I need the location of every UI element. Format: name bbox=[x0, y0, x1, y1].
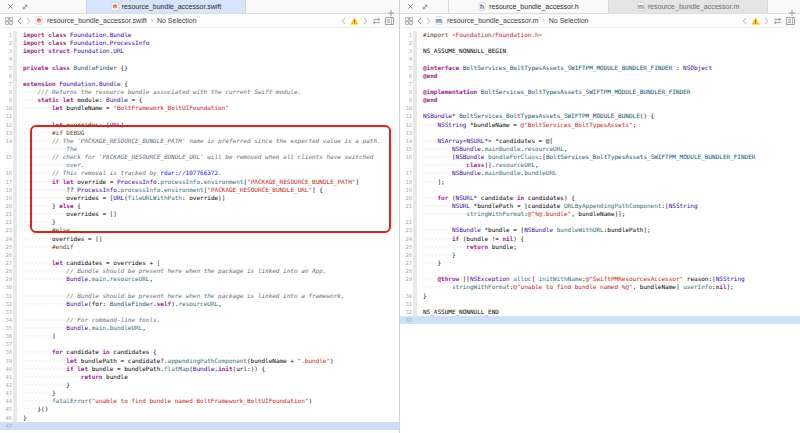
code-line[interactable]: 10········let bundleName = "BoltFramewor… bbox=[0, 104, 399, 112]
code-line[interactable]: 4 bbox=[0, 55, 399, 63]
code-line[interactable]: 3import struct Foundation.URL bbox=[0, 47, 399, 55]
code-line[interactable]: ············class]].resourceURL, bbox=[400, 161, 800, 169]
code-line[interactable]: 14········// The 'PACKAGE_RESOURCE_BUNDL… bbox=[0, 137, 399, 145]
code-line[interactable]: 8····/// Returns the resource bundle ass… bbox=[0, 88, 399, 96]
code-line[interactable]: 29····@throw [[NSException alloc] initWi… bbox=[400, 275, 800, 283]
breadcrumb-selection[interactable]: No Selection bbox=[157, 17, 197, 24]
prev-issue-icon[interactable] bbox=[742, 17, 747, 25]
back-icon[interactable] bbox=[17, 17, 22, 25]
code-editor-swift[interactable]: 1import class Foundation.Bundle2import c… bbox=[0, 28, 399, 433]
code-line[interactable]: 13········#if DEBUG bbox=[0, 129, 399, 137]
code-line[interactable]: 42············} bbox=[0, 381, 399, 389]
code-line[interactable]: 14····NSArray<NSURL*> *candidates = @[ bbox=[400, 137, 800, 145]
code-line[interactable]: 24········if (bundle != nil) { bbox=[400, 235, 800, 243]
code-line[interactable]: 28 bbox=[400, 267, 800, 275]
code-line[interactable]: 10 bbox=[400, 104, 800, 112]
tab-resource-bundle-accessor-swift[interactable]: resource_bundle_accessor.swift bbox=[86, 0, 246, 13]
code-line[interactable]: 23········NSBundle *bundle = [NSBundle b… bbox=[400, 226, 800, 234]
code-line[interactable]: 2import class Foundation.ProcessInfo bbox=[0, 39, 399, 47]
code-line[interactable]: 16········[NSBundle bundleForClass:[Bolt… bbox=[400, 153, 800, 161]
forward-icon[interactable] bbox=[426, 17, 431, 25]
code-line[interactable]: 1import class Foundation.Bundle bbox=[0, 31, 399, 39]
code-line[interactable]: 34············// For command-line tools. bbox=[0, 316, 399, 324]
code-line[interactable]: 39············let bundlePath = candidate… bbox=[0, 357, 399, 365]
code-line[interactable]: 32NS_ASSUME_NONNULL_END bbox=[400, 308, 800, 316]
code-line[interactable]: 15········// check for 'PACKAGE_RESOURCE… bbox=[0, 153, 399, 161]
code-line[interactable]: ············over. bbox=[0, 161, 399, 169]
code-line[interactable]: 15········NSBundle.mainBundle.resourceUR… bbox=[400, 145, 800, 153]
code-line[interactable]: 38········for candidate in candidates { bbox=[0, 348, 399, 356]
next-issue-icon[interactable] bbox=[764, 17, 769, 25]
expand-editor-icon[interactable] bbox=[21, 3, 29, 11]
code-line[interactable]: 21········NSURL *bundlePath = [candidate… bbox=[400, 202, 800, 210]
code-line[interactable]: 44········fatalError("unable to find bun… bbox=[0, 397, 399, 405]
code-line[interactable]: 22········} bbox=[0, 218, 399, 226]
add-tab-icon[interactable] bbox=[387, 3, 395, 21]
tab-resource-bundle-accessor-h[interactable]: h resource_bundle_accessor.h bbox=[448, 0, 608, 13]
code-line[interactable]: 18············?? ProcessInfo.processInfo… bbox=[0, 186, 399, 194]
code-line[interactable]: 7 bbox=[400, 80, 800, 88]
code-line[interactable]: 37 bbox=[0, 340, 399, 348]
code-line[interactable]: 23········#else bbox=[0, 226, 399, 234]
code-line[interactable]: 31 bbox=[400, 300, 800, 308]
close-editor-icon[interactable] bbox=[407, 3, 414, 10]
code-line[interactable]: 5@interface BoltServices_BoltTypesAssets… bbox=[400, 64, 800, 72]
code-line[interactable]: ········stringWithFormat:@"unable to fin… bbox=[400, 283, 800, 291]
code-line[interactable]: 12····NSString *bundleName = @"BoltServi… bbox=[400, 121, 800, 129]
code-line[interactable]: 17········if let override = ProcessInfo.… bbox=[0, 178, 399, 186]
related-items-icon[interactable] bbox=[405, 17, 413, 25]
code-line[interactable]: 31············// Bundle should be presen… bbox=[0, 292, 399, 300]
forward-icon[interactable] bbox=[26, 17, 31, 25]
code-line[interactable]: 41················return bundle bbox=[0, 373, 399, 381]
code-line[interactable]: 9····static let module: Bundle = { bbox=[0, 96, 399, 104]
code-line[interactable]: 5private class BundleFinder {} bbox=[0, 64, 399, 72]
code-line[interactable]: ············stringWithFormat:@"%@.bundle… bbox=[400, 210, 800, 218]
code-line[interactable]: 20····for (NSURL* candidate in candidate… bbox=[400, 194, 800, 202]
code-line[interactable]: 40············if let bundle = bundlePath… bbox=[0, 365, 399, 373]
code-line[interactable]: 18····]; bbox=[400, 178, 800, 186]
code-line[interactable]: 9@end bbox=[400, 96, 800, 104]
code-line[interactable]: 28············// Bundle should be presen… bbox=[0, 267, 399, 275]
breadcrumb-file[interactable]: resource_bundle_accessor.m bbox=[447, 17, 538, 24]
code-line[interactable]: 21············overrides = [] bbox=[0, 210, 399, 218]
code-line[interactable]: 12········let overrides: [URL] bbox=[0, 121, 399, 129]
code-line[interactable]: 17········NSBundle.mainBundle.bundleURL bbox=[400, 169, 800, 177]
add-tab-icon[interactable] bbox=[788, 3, 796, 21]
code-line[interactable]: 26 bbox=[0, 251, 399, 259]
next-issue-icon[interactable] bbox=[363, 17, 368, 25]
code-line[interactable]: 30} bbox=[400, 292, 800, 300]
code-line[interactable]: 1#import <Foundation/Foundation.h> bbox=[400, 31, 800, 39]
code-line[interactable]: 43········} bbox=[0, 389, 399, 397]
warning-icon[interactable] bbox=[751, 17, 760, 25]
close-editor-icon[interactable] bbox=[7, 3, 14, 10]
code-line[interactable]: 29············Bundle.main.resourceURL, bbox=[0, 275, 399, 283]
code-line[interactable]: 36········] bbox=[0, 332, 399, 340]
code-line[interactable]: 11 bbox=[0, 112, 399, 120]
code-line[interactable]: 45····}() bbox=[0, 405, 399, 413]
expand-editor-icon[interactable] bbox=[421, 3, 429, 11]
code-line[interactable]: 11NSBundle* BoltServices_BoltTypesAssets… bbox=[400, 112, 800, 120]
code-line[interactable]: 6 bbox=[0, 72, 399, 80]
code-line[interactable]: 27····} bbox=[400, 259, 800, 267]
code-line[interactable]: 25············return bundle; bbox=[400, 243, 800, 251]
code-line[interactable]: 26········} bbox=[400, 251, 800, 259]
code-line[interactable]: 47 bbox=[0, 422, 399, 430]
code-line[interactable]: 19············overrides = [URL(fileURLWi… bbox=[0, 194, 399, 202]
code-line[interactable]: 8@implementation BoltServices_BoltTypesA… bbox=[400, 88, 800, 96]
code-line[interactable]: 35············Bundle.main.bundleURL, bbox=[0, 324, 399, 332]
code-editor-objc[interactable]: 1#import <Foundation/Foundation.h>23NS_A… bbox=[400, 28, 800, 433]
code-line[interactable]: 32············Bundle(for: BundleFinder.s… bbox=[0, 300, 399, 308]
code-line[interactable]: 27········let candidates = overrides + [ bbox=[0, 259, 399, 267]
prev-issue-icon[interactable] bbox=[341, 17, 346, 25]
code-line[interactable]: 13 bbox=[400, 129, 800, 137]
code-line[interactable]: 3NS_ASSUME_NONNULL_BEGIN bbox=[400, 47, 800, 55]
code-line[interactable]: 20········} else { bbox=[0, 202, 399, 210]
code-line[interactable]: 2 bbox=[400, 39, 800, 47]
code-line[interactable]: 33 bbox=[0, 308, 399, 316]
code-line[interactable]: 16········// This removal is tracked by … bbox=[0, 169, 399, 177]
tab-resource-bundle-accessor-m[interactable]: m resource_bundle_accessor.m bbox=[608, 0, 768, 13]
warning-icon[interactable] bbox=[350, 17, 359, 25]
code-line[interactable]: 24········overrides = [] bbox=[0, 235, 399, 243]
counterparts-icon[interactable] bbox=[773, 17, 782, 25]
code-line[interactable]: 46} bbox=[0, 414, 399, 422]
